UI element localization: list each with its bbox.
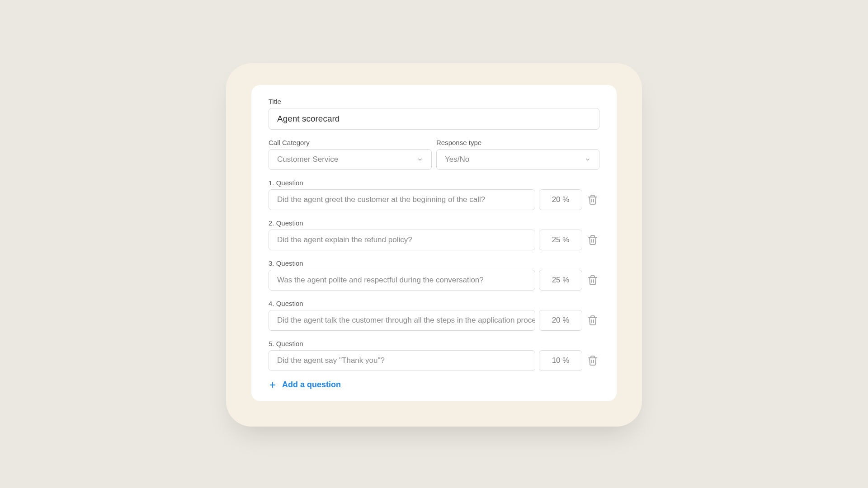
trash-icon <box>587 355 598 366</box>
response-type-select[interactable]: Yes/No <box>436 149 599 170</box>
question-label: 2. Question <box>269 219 599 227</box>
question-text-input[interactable]: Did the agent say "Thank you"? <box>269 350 535 371</box>
call-category-value: Customer Service <box>277 155 417 164</box>
trash-icon <box>587 315 598 326</box>
chevron-down-icon <box>417 156 423 163</box>
question-row: Did the agent greet the customer at the … <box>269 189 599 210</box>
question-row: Did the agent explain the refund policy?… <box>269 230 599 250</box>
call-category-col: Call Category Customer Service <box>269 139 432 170</box>
question-text-input[interactable]: Did the agent talk the customer through … <box>269 310 535 331</box>
delete-question-button[interactable] <box>586 233 599 247</box>
trash-icon <box>587 275 598 286</box>
add-question-button[interactable]: Add a question <box>269 380 599 389</box>
question-weight-input[interactable]: 25 % <box>539 230 582 250</box>
call-category-label: Call Category <box>269 139 432 146</box>
trash-icon <box>587 235 598 245</box>
plus-icon <box>269 381 277 389</box>
question-weight-input[interactable]: 20 % <box>539 189 582 210</box>
chevron-down-icon <box>585 156 591 163</box>
question-text-input[interactable]: Did the agent greet the customer at the … <box>269 189 535 210</box>
scorecard-form: Title Call Category Customer Service Res… <box>251 85 617 401</box>
question-text-input[interactable]: Was the agent polite and respectful duri… <box>269 270 535 291</box>
delete-question-button[interactable] <box>586 354 599 367</box>
question-row: Did the agent talk the customer through … <box>269 310 599 331</box>
response-type-value: Yes/No <box>445 155 585 164</box>
response-type-label: Response type <box>436 139 599 146</box>
question-block: 1. QuestionDid the agent greet the custo… <box>269 179 599 210</box>
question-label: 1. Question <box>269 179 599 187</box>
delete-question-button[interactable] <box>586 314 599 327</box>
question-weight-input[interactable]: 20 % <box>539 310 582 331</box>
question-text-input[interactable]: Did the agent explain the refund policy? <box>269 230 535 250</box>
trash-icon <box>587 194 598 205</box>
add-question-label: Add a question <box>282 380 341 389</box>
outer-card: Title Call Category Customer Service Res… <box>226 63 642 427</box>
question-block: 4. QuestionDid the agent talk the custom… <box>269 300 599 331</box>
delete-question-button[interactable] <box>586 273 599 287</box>
question-block: 2. QuestionDid the agent explain the ref… <box>269 219 599 250</box>
category-response-row: Call Category Customer Service Response … <box>269 139 599 170</box>
question-label: 5. Question <box>269 340 599 347</box>
question-weight-input[interactable]: 10 % <box>539 350 582 371</box>
question-weight-input[interactable]: 25 % <box>539 270 582 291</box>
question-row: Was the agent polite and respectful duri… <box>269 270 599 291</box>
call-category-select[interactable]: Customer Service <box>269 149 432 170</box>
question-label: 3. Question <box>269 259 599 267</box>
title-input[interactable] <box>269 108 599 130</box>
delete-question-button[interactable] <box>586 193 599 206</box>
question-label: 4. Question <box>269 300 599 307</box>
question-block: 3. QuestionWas the agent polite and resp… <box>269 259 599 291</box>
title-label: Title <box>269 98 599 105</box>
question-row: Did the agent say "Thank you"?10 % <box>269 350 599 371</box>
question-block: 5. QuestionDid the agent say "Thank you"… <box>269 340 599 371</box>
response-type-col: Response type Yes/No <box>436 139 599 170</box>
